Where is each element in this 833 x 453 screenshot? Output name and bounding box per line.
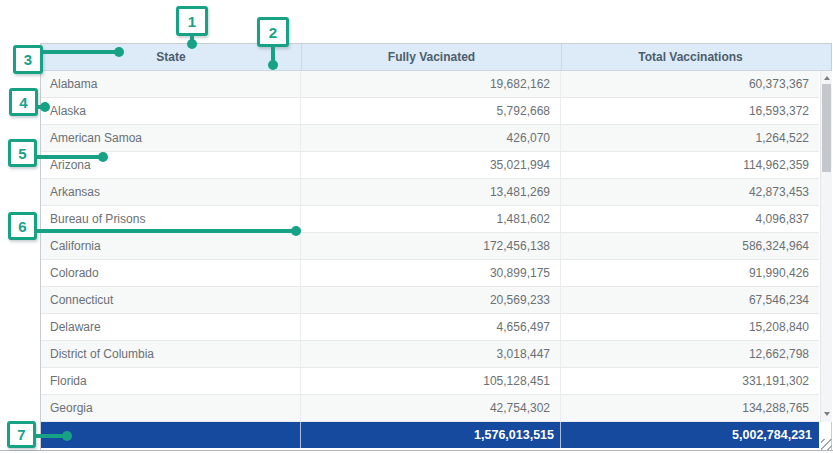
callout-connector-line: [35, 155, 101, 159]
table-row[interactable]: Delaware 4,656,497 15,208,840: [41, 314, 819, 341]
callout-number: 6: [18, 218, 26, 235]
callout-connector-line: [34, 434, 65, 438]
cell-fully-vaccinated: 42,754,302: [301, 395, 561, 421]
cell-total-vaccinations: 134,288,765: [561, 395, 819, 421]
cell-fully-vaccinated: 172,456,138: [301, 233, 561, 259]
table-body: Alabama 19,682,162 60,373,367 Alaska 5,7…: [41, 71, 819, 422]
callout-1: 1: [176, 6, 208, 36]
cell-state: Delaware: [41, 314, 301, 340]
callout-4: 4: [9, 88, 38, 116]
table-row[interactable]: Connecticut 20,569,233 67,546,234: [41, 287, 819, 314]
table-row[interactable]: Florida 105,128,451 331,191,302: [41, 368, 819, 395]
cell-fully-vaccinated: 105,128,451: [301, 368, 561, 394]
callout-number: 7: [17, 426, 25, 443]
cell-state: Georgia: [41, 395, 301, 421]
table-row[interactable]: Colorado 30,899,175 91,990,426: [41, 260, 819, 287]
cell-state: Arkansas: [41, 179, 301, 205]
cell-total-vaccinations: 60,373,367: [561, 71, 819, 97]
callout-7: 7: [7, 421, 36, 448]
cell-fully-vaccinated: 3,018,447: [301, 341, 561, 367]
caret-up-icon: [824, 76, 830, 80]
table-row[interactable]: California 172,456,138 586,324,964: [41, 233, 819, 260]
cell-fully-vaccinated: 1,481,602: [301, 206, 561, 232]
cell-state: Alabama: [41, 71, 301, 97]
vertical-scrollbar[interactable]: [820, 71, 832, 422]
footer-cell-state: [41, 422, 301, 448]
callout-connector-dot: [291, 226, 301, 236]
cell-state: California: [41, 233, 301, 259]
cell-total-vaccinations: 12,662,798: [561, 341, 819, 367]
table-row[interactable]: District of Columbia 3,018,447 12,662,79…: [41, 341, 819, 368]
cell-total-vaccinations: 586,324,964: [561, 233, 819, 259]
cell-total-vaccinations: 331,191,302: [561, 368, 819, 394]
callout-connector-line: [35, 229, 294, 233]
cell-fully-vaccinated: 426,070: [301, 125, 561, 151]
cell-fully-vaccinated: 35,021,994: [301, 152, 561, 178]
cell-total-vaccinations: 15,208,840: [561, 314, 819, 340]
cell-fully-vaccinated: 19,682,162: [301, 71, 561, 97]
cell-fully-vaccinated: 5,792,668: [301, 98, 561, 124]
cell-total-vaccinations: 91,990,426: [561, 260, 819, 286]
callout-number: 5: [18, 145, 26, 162]
cell-total-vaccinations: 16,593,372: [561, 98, 819, 124]
column-header-fully-vaccinated[interactable]: Fully Vacinated: [301, 44, 561, 70]
callout-connector-line: [42, 50, 117, 54]
table-row[interactable]: Alabama 19,682,162 60,373,367: [41, 71, 819, 98]
callout-connector-dot: [187, 39, 197, 49]
cell-total-vaccinations: 67,546,234: [561, 287, 819, 313]
cell-state: Alaska: [41, 98, 301, 124]
footer-cell-fully-vaccinated-total: 1,576,013,515: [301, 422, 561, 448]
callout-connector-dot: [114, 47, 124, 57]
resize-grip-icon[interactable]: [821, 439, 832, 450]
callout-5: 5: [8, 139, 37, 167]
scroll-down-button[interactable]: [821, 407, 832, 422]
callout-connector-dot: [62, 431, 72, 441]
cell-state: Florida: [41, 368, 301, 394]
callout-3: 3: [13, 45, 43, 74]
cell-fully-vaccinated: 20,569,233: [301, 287, 561, 313]
callout-number: 4: [19, 94, 27, 111]
cell-total-vaccinations: 114,962,359: [561, 152, 819, 178]
cell-fully-vaccinated: 13,481,269: [301, 179, 561, 205]
callout-number: 1: [188, 13, 196, 30]
table-header-row: State Fully Vacinated Total Vaccinations: [41, 44, 831, 71]
cell-total-vaccinations: 42,873,453: [561, 179, 819, 205]
column-header-total-vaccinations[interactable]: Total Vaccinations: [561, 44, 819, 70]
callout-connector-dot: [98, 152, 108, 162]
callout-connector-dot: [40, 102, 50, 112]
footer-cell-total-vaccinations-total: 5,002,784,231: [561, 422, 819, 448]
cell-total-vaccinations: 4,096,837: [561, 206, 819, 232]
caret-down-icon: [824, 412, 830, 416]
callout-number: 2: [269, 24, 277, 41]
table-row[interactable]: Georgia 42,754,302 134,288,765: [41, 395, 819, 422]
table-row[interactable]: Arizona 35,021,994 114,962,359: [41, 152, 819, 179]
column-header-state[interactable]: State: [41, 44, 301, 70]
cell-fully-vaccinated: 4,656,497: [301, 314, 561, 340]
cell-state: American Samoa: [41, 125, 301, 151]
callout-number: 3: [24, 51, 32, 68]
table-totals-row: 1,576,013,515 5,002,784,231: [41, 422, 819, 448]
cell-state: Connecticut: [41, 287, 301, 313]
table-row[interactable]: American Samoa 426,070 1,264,522: [41, 125, 819, 152]
cell-state: District of Columbia: [41, 341, 301, 367]
table-row[interactable]: Arkansas 13,481,269 42,873,453: [41, 179, 819, 206]
callout-connector-dot: [268, 60, 278, 70]
callout-6: 6: [8, 212, 37, 240]
screenshot-canvas: State Fully Vacinated Total Vaccinations…: [0, 0, 833, 453]
callout-2: 2: [257, 17, 289, 47]
scrollbar-thumb[interactable]: [822, 84, 831, 172]
window-bottom-border: [0, 450, 833, 451]
cell-total-vaccinations: 1,264,522: [561, 125, 819, 151]
cell-state: Colorado: [41, 260, 301, 286]
cell-fully-vaccinated: 30,899,175: [301, 260, 561, 286]
table-row[interactable]: Alaska 5,792,668 16,593,372: [41, 98, 819, 125]
data-table: State Fully Vacinated Total Vaccinations…: [40, 43, 832, 450]
